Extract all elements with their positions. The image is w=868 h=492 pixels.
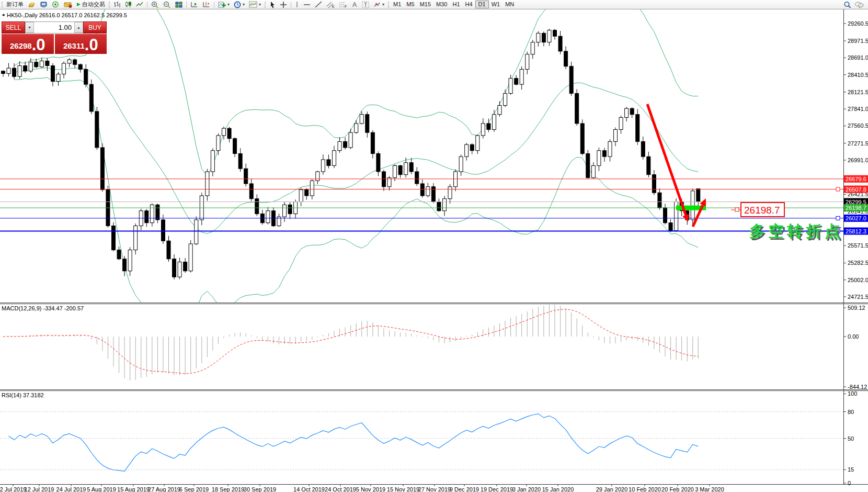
arrows-tool[interactable]: ▾ <box>371 1 386 8</box>
svg-text:14 Oct 2019: 14 Oct 2019 <box>293 486 325 492</box>
hline-handle <box>836 216 840 220</box>
line-chart-type-icon[interactable] <box>134 1 145 8</box>
new-order-button[interactable]: 新订单 <box>4 1 26 8</box>
svg-text:15: 15 <box>848 466 854 473</box>
svg-text:19 Dec 2019: 19 Dec 2019 <box>481 486 513 492</box>
tile-windows-icon[interactable] <box>173 1 185 8</box>
new-order-label: 新订单 <box>6 1 24 8</box>
bar-chart-type-icon[interactable] <box>111 1 123 8</box>
fibonacci-tool[interactable]: F <box>337 1 349 8</box>
rsi-label: RSI(14) 37.3182 <box>2 392 44 398</box>
candlestick-type-icon[interactable] <box>123 1 134 8</box>
svg-text:15 Nov 2019: 15 Nov 2019 <box>387 486 419 492</box>
horizontal-line-tool[interactable] <box>301 1 313 8</box>
timeframe-MN[interactable]: MN <box>502 1 517 8</box>
zoom-out-icon[interactable] <box>161 1 173 8</box>
svg-text:27271.5: 27271.5 <box>848 140 868 147</box>
sell-price[interactable]: 26298 .0 <box>2 34 54 54</box>
svg-text:25282.5: 25282.5 <box>848 260 868 266</box>
price-chart[interactable]: 29260.528971.528691.028410.528121.527841… <box>0 0 868 492</box>
svg-text:25812.3: 25812.3 <box>846 228 866 234</box>
toolbar-separator <box>214 2 214 8</box>
label-box-text: 26198.7 <box>744 205 780 216</box>
timeframe-D1[interactable]: D1 <box>475 1 489 8</box>
chat-icon[interactable] <box>854 1 864 8</box>
volume-decrease-button[interactable]: ▼ <box>25 22 34 33</box>
timeframe-bar: M1M5M15M30H1H4D1W1MN <box>391 1 517 8</box>
buy-price[interactable]: 26311 .0 <box>55 34 107 54</box>
svg-text:27560.5: 27560.5 <box>848 122 868 129</box>
svg-text:T: T <box>364 2 367 8</box>
signal-icon[interactable] <box>50 1 62 8</box>
autoscroll-icon[interactable] <box>188 1 200 8</box>
autotrade-label: 自动交易 <box>82 1 105 8</box>
volume-increase-button[interactable]: ▲ <box>74 22 83 33</box>
text-label-tool[interactable]: T <box>360 1 371 8</box>
toolbar-grip[interactable] <box>109 2 110 8</box>
buy-button[interactable]: BUY <box>83 21 107 33</box>
period-clock-button[interactable]: ▾ <box>232 1 247 8</box>
svg-text:27 Nov 2019: 27 Nov 2019 <box>418 486 451 492</box>
bollinger-bands <box>14 0 698 337</box>
sell-button[interactable]: SELL <box>2 21 25 33</box>
svg-text:F: F <box>345 5 347 8</box>
toolbar-separator <box>291 2 291 8</box>
svg-text:E: E <box>332 5 335 8</box>
annotations-layer[interactable] <box>647 104 706 227</box>
volume-box: ▼ 1.00 ▲ <box>25 21 83 33</box>
svg-text:3 Jan 2020: 3 Jan 2020 <box>512 486 541 492</box>
svg-text:24721.5: 24721.5 <box>848 294 868 300</box>
svg-text:27841.0: 27841.0 <box>848 106 868 112</box>
svg-text:10 Feb 2020: 10 Feb 2020 <box>629 486 661 492</box>
text-tool[interactable]: A <box>349 1 360 8</box>
svg-text:15 Jan 2020: 15 Jan 2020 <box>542 486 574 492</box>
turning-point-text: 多空转折点 <box>749 222 843 240</box>
mailbox-icon[interactable] <box>62 1 74 8</box>
svg-text:100: 100 <box>848 390 857 397</box>
timeframe-M5[interactable]: M5 <box>404 1 417 8</box>
svg-text:26299.5: 26299.5 <box>846 199 866 205</box>
timeframe-H4[interactable]: H4 <box>463 1 475 8</box>
svg-text:24 Jul 2019: 24 Jul 2019 <box>56 486 86 492</box>
svg-text:28971.5: 28971.5 <box>848 38 868 44</box>
support-price-label[interactable]: 26198.7 <box>731 203 784 217</box>
svg-text:29 Jan 2020: 29 Jan 2020 <box>596 486 628 492</box>
label-connector-handle[interactable] <box>735 208 739 211</box>
vertical-line-tool[interactable] <box>293 1 301 8</box>
equidistant-channel-tool[interactable]: E <box>324 1 337 8</box>
timeframe-M30[interactable]: M30 <box>433 1 450 8</box>
timeframe-W1[interactable]: W1 <box>489 1 503 8</box>
timeframe-M15[interactable]: M15 <box>417 1 433 8</box>
add-indicator-button[interactable]: ▾ <box>216 1 232 8</box>
svg-text:20 Feb 2020: 20 Feb 2020 <box>661 486 694 492</box>
macd-pane <box>3 305 698 381</box>
dropdown-caret: ▾ <box>227 2 230 7</box>
sell-price-main: 26298 <box>10 39 32 53</box>
zoom-in-icon[interactable] <box>149 1 161 8</box>
volume-value[interactable]: 1.00 <box>34 22 74 33</box>
svg-text:6 Sep 2019: 6 Sep 2019 <box>179 486 209 492</box>
terminal-icon[interactable] <box>38 1 50 8</box>
trendline-tool[interactable] <box>313 1 324 8</box>
autotrade-button[interactable]: 自动交易 <box>74 1 107 8</box>
cursor-tool[interactable] <box>267 1 278 8</box>
toolbar-grip[interactable] <box>388 2 389 8</box>
search-icon[interactable] <box>843 1 851 8</box>
svg-text:27 Aug 2019: 27 Aug 2019 <box>148 486 180 492</box>
chart-shift-icon[interactable] <box>200 1 212 8</box>
toolbar-grip[interactable] <box>2 2 3 8</box>
svg-text:26991.0: 26991.0 <box>848 157 868 163</box>
main-toolbar: 新订单 自动交易 ▾ <box>0 0 868 9</box>
hline-handle <box>836 187 840 191</box>
timeframe-M1[interactable]: M1 <box>391 1 404 8</box>
timeframe-H1[interactable]: H1 <box>450 1 462 8</box>
svg-text:2 Jul 2019: 2 Jul 2019 <box>0 486 26 492</box>
svg-text:29260.5: 29260.5 <box>848 20 868 27</box>
svg-text:28121.5: 28121.5 <box>848 89 868 95</box>
template-button[interactable]: ▾ <box>247 1 263 8</box>
toolbar-grip[interactable] <box>265 2 266 8</box>
gold-ingot-icon[interactable] <box>26 1 38 8</box>
crosshair-tool[interactable] <box>278 1 289 8</box>
turning-point-annotation[interactable]: 多空转折点 多空转折点 <box>749 222 845 241</box>
svg-text:28410.5: 28410.5 <box>848 72 868 78</box>
